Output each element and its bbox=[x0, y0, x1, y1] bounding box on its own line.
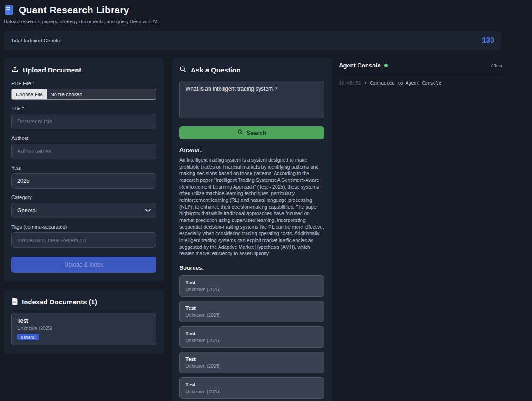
page-title: Quant Research Library bbox=[19, 5, 129, 15]
search-icon bbox=[179, 66, 187, 74]
source-meta: Unknown (2025) bbox=[185, 338, 318, 343]
console-divider bbox=[339, 74, 503, 74]
ask-panel-title: Ask a Question bbox=[191, 66, 240, 74]
category-select[interactable]: General bbox=[11, 203, 156, 218]
category-label: Category bbox=[11, 195, 156, 200]
answer-text: An intelligent trading system is a syste… bbox=[179, 157, 324, 257]
source-title: Test bbox=[185, 305, 318, 311]
authors-label: Authors bbox=[11, 135, 156, 141]
search-button-label: Search bbox=[246, 129, 266, 136]
clear-button[interactable]: Clear bbox=[491, 63, 503, 68]
year-field[interactable] bbox=[11, 173, 156, 189]
source-card: Test Unknown (2025) bbox=[179, 377, 324, 399]
document-title: Test bbox=[17, 318, 150, 324]
status-dot-icon bbox=[384, 64, 388, 67]
document-meta: Unknown (2025) bbox=[17, 325, 150, 331]
console-title: Agent Console bbox=[339, 62, 381, 69]
source-card: Test Unknown (2025) bbox=[179, 275, 324, 297]
document-tag-badge: general bbox=[17, 334, 39, 340]
category-selected-value: General bbox=[17, 207, 37, 214]
stats-bar: Total Indexed Chunks 130 bbox=[4, 31, 501, 50]
chevron-down-icon bbox=[145, 207, 151, 214]
source-title: Test bbox=[185, 280, 318, 285]
indexed-documents-panel: Indexed Documents (1) Test Unknown (2025… bbox=[4, 290, 164, 354]
sources-list: Test Unknown (2025) Test Unknown (2025) … bbox=[179, 275, 324, 399]
source-title: Test bbox=[185, 382, 318, 387]
search-button[interactable]: Search bbox=[179, 126, 324, 139]
pdf-file-label: PDF File * bbox=[11, 81, 156, 86]
book-icon bbox=[4, 5, 15, 15]
answer-label: Answer: bbox=[179, 147, 324, 153]
ask-question-panel: Ask a Question What is an intelligent tr… bbox=[172, 58, 332, 401]
year-label: Year bbox=[11, 165, 156, 170]
source-title: Test bbox=[185, 331, 318, 336]
upload-panel: Upload Document PDF File * Choose File N… bbox=[4, 58, 164, 281]
question-textarea[interactable]: What is an intelligent trading system ? bbox=[179, 81, 324, 118]
title-label: Title * bbox=[11, 106, 156, 111]
source-card: Test Unknown (2025) bbox=[179, 301, 324, 322]
document-icon bbox=[11, 298, 18, 306]
indexed-panel-title: Indexed Documents (1) bbox=[22, 298, 97, 306]
source-meta: Unknown (2025) bbox=[185, 287, 318, 292]
upload-panel-title: Upload Document bbox=[23, 66, 81, 74]
log-bullet: • bbox=[364, 81, 367, 86]
indexed-document-card: Test Unknown (2025) general bbox=[11, 313, 156, 345]
console-log-line: 16:48:52 • Connected to Agent Console bbox=[339, 81, 503, 86]
source-meta: Unknown (2025) bbox=[185, 312, 318, 318]
stats-value: 130 bbox=[482, 36, 494, 45]
search-button-icon bbox=[237, 129, 243, 136]
console-log-list: 16:48:52 • Connected to Agent Console bbox=[339, 81, 503, 86]
upload-icon bbox=[11, 66, 19, 74]
pdf-file-input[interactable]: Choose File No file chosen bbox=[11, 89, 156, 100]
title-field[interactable] bbox=[11, 114, 156, 129]
sources-label: Sources: bbox=[179, 265, 324, 271]
page-subtitle: Upload research papers, strategy documen… bbox=[4, 19, 528, 24]
authors-field[interactable] bbox=[11, 144, 156, 159]
agent-console: Agent Console Clear 16:48:52 • Connected… bbox=[339, 58, 503, 86]
stats-label: Total Indexed Chunks bbox=[11, 38, 61, 43]
source-card: Test Unknown (2025) bbox=[179, 352, 324, 373]
upload-index-button[interactable]: Upload & Index bbox=[11, 257, 156, 273]
source-meta: Unknown (2025) bbox=[185, 389, 318, 394]
source-title: Test bbox=[185, 356, 318, 362]
log-timestamp: 16:48:52 bbox=[339, 81, 361, 86]
indexed-documents-list: Test Unknown (2025) general bbox=[11, 313, 156, 345]
tags-label: Tags (comma-separated) bbox=[11, 224, 156, 230]
source-card: Test Unknown (2025) bbox=[179, 326, 324, 348]
source-meta: Unknown (2025) bbox=[185, 363, 318, 369]
app-header: Quant Research Library Upload research p… bbox=[0, 0, 532, 24]
file-status-text: No file chosen bbox=[47, 92, 82, 97]
log-message: Connected to Agent Console bbox=[370, 81, 441, 86]
tags-field[interactable] bbox=[11, 232, 156, 248]
choose-file-button[interactable]: Choose File bbox=[12, 89, 47, 99]
